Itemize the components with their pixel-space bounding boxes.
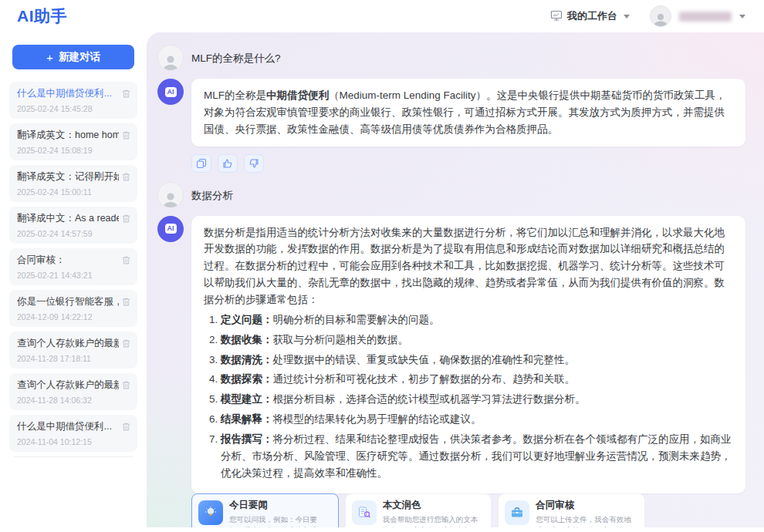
conversation-item[interactable]: 什么是中期借贷便利... 2025-02-24 15:45:28: [9, 82, 137, 119]
trash-icon[interactable]: [121, 213, 131, 227]
card-title: 本文润色: [383, 499, 485, 512]
analysis-step: 报告撰写：将分析过程、结果和结论整理成报告，供决策者参考。数据分析在各个领域都有…: [221, 431, 733, 482]
user-question: MLF的全称是什么?: [191, 52, 281, 66]
step-label: 报告撰写：: [221, 433, 273, 445]
conversation-item[interactable]: 合同审核： 2025-02-21 14:43:21: [9, 248, 137, 285]
user-avatar[interactable]: [650, 5, 671, 27]
step-label: 数据探索：: [221, 373, 273, 385]
ai-answer-card: 数据分析是指用适当的统计分析方法对收集来的大量数据进行分析，将它们加以汇总和理解…: [191, 216, 745, 493]
conversation-title: 翻译成中文：As a reader...: [17, 212, 119, 225]
conversation-item[interactable]: 你是一位银行智能客服，... 2024-12-09 14:22:12: [9, 290, 137, 327]
answer-bold: 中期借贷便利: [266, 89, 329, 101]
trash-icon[interactable]: [121, 254, 131, 268]
card-title: 合同审核: [536, 499, 638, 512]
conversation-item[interactable]: 查询个人存款账户的最新... 2024-11-28 14:06:32: [9, 373, 137, 410]
workspace-menu[interactable]: 我的工作台: [550, 9, 630, 24]
user-message: MLF的全称是什么?: [157, 45, 745, 71]
chat-panel: MLF的全称是什么? AI MLF的全称是中期借贷便利（Medium-term …: [147, 32, 764, 527]
card-desc: 您可以问我，例如：今日要闻，我会尽力提供准确和满意的答案。: [229, 514, 332, 527]
conversation-title: 翻译成英文：home home: [17, 129, 119, 142]
analysis-step: 数据探索：通过统计分析和可视化技术，初步了解数据的分布、趋势和关联。: [221, 371, 733, 388]
step-label: 模型建立：: [221, 393, 273, 405]
sidebar: + 新建对话 什么是中期借贷便利... 2025-02-24 15:45:28 …: [0, 32, 147, 532]
trash-icon[interactable]: [121, 171, 131, 185]
conversation-item[interactable]: 翻译成英文：记得刚开始... 2025-02-24 15:00:11: [9, 165, 137, 202]
step-label: 数据收集：: [221, 334, 273, 345]
conversation-list: 什么是中期借贷便利... 2025-02-24 15:45:28 翻译成英文：h…: [8, 82, 139, 452]
step-text: 将模型的结果转化为易于理解的结论或建议。: [273, 413, 482, 425]
app-logo: AI助手: [17, 5, 67, 27]
step-label: 数据清洗：: [221, 354, 273, 365]
step-label: 结果解释：: [221, 413, 273, 425]
step-text: 获取与分析问题相关的数据。: [273, 334, 409, 345]
bulb-icon: [198, 500, 223, 525]
conversation-item[interactable]: 什么是中期借贷便利... 2024-11-04 10:12:15: [9, 415, 137, 452]
card-desc: 我会帮助您进行您输入的文本润色，提高文本的流畅度和表达效果。: [383, 514, 485, 527]
new-chat-label: 新建对话: [59, 50, 100, 64]
ai-avatar: AI: [157, 216, 184, 242]
conversation-title: 翻译成英文：记得刚开始...: [17, 170, 119, 184]
conversation-title: 什么是中期借贷便利...: [17, 87, 119, 100]
chevron-down-icon: [739, 15, 745, 19]
user-message-avatar: [157, 182, 184, 208]
conversation-timestamp: 2025-02-24 15:00:11: [17, 187, 131, 197]
conversation-timestamp: 2024-12-09 14:22:12: [17, 312, 131, 322]
document-magnifier-icon: [352, 500, 377, 525]
card-title: 今日要闻: [229, 499, 332, 512]
conversation-title: 查询个人存款账户的最新...: [17, 337, 119, 350]
briefcase-icon: [505, 500, 529, 525]
workspace-label: 我的工作台: [567, 9, 617, 23]
ai-message: AI 数据分析是指用适当的统计分析方法对收集来的大量数据进行分析，将它们加以汇总…: [157, 216, 745, 493]
conversation-title: 合同审核：: [17, 254, 119, 267]
feature-cards-row: 今日要闻 您可以问我，例如：今日要闻，我会尽力提供准确和满意的答案。 本文润色: [191, 493, 745, 527]
user-question: 数据分析: [191, 189, 233, 203]
analysis-step: 结果解释：将模型的结果转化为易于理解的结论或建议。: [221, 411, 733, 428]
conversation-title: 查询个人存款账户的最新...: [17, 379, 119, 392]
ai-answer-card: MLF的全称是中期借贷便利（Medium-term Lending Facili…: [191, 79, 745, 146]
bottom-area: 今日要闻 您可以问我，例如：今日要闻，我会尽力提供准确和满意的答案。 本文润色: [191, 493, 745, 527]
thumbs-down-button[interactable]: [244, 154, 264, 173]
card-contract-review[interactable]: 合同审核 您可以上传文件，我会有效地进行合同审核，确保合同满足您的业务需求。: [498, 493, 645, 527]
conversation-timestamp: 2025-02-24 15:08:19: [17, 146, 131, 155]
new-chat-button[interactable]: + 新建对话: [12, 45, 134, 69]
conversation-item[interactable]: 翻译成英文：home home 2025-02-24 15:08:19: [9, 123, 137, 160]
card-text-polish[interactable]: 本文润色 我会帮助您进行您输入的文本润色，提高文本的流畅度和表达效果。: [345, 493, 492, 527]
analysis-steps-list: 定义问题：明确分析的目标和需要解决的问题。 数据收集：获取与分析问题相关的数据。…: [204, 311, 733, 482]
trash-icon[interactable]: [121, 88, 131, 102]
step-text: 将分析过程、结果和结论整理成报告，供决策者参考。数据分析在各个领域都有广泛的应用…: [221, 433, 732, 479]
thumbs-up-button[interactable]: [218, 154, 238, 173]
trash-icon[interactable]: [121, 130, 131, 143]
trash-icon[interactable]: [121, 421, 131, 435]
step-text: 根据分析目标，选择合适的统计模型或机器学习算法进行数据分析。: [273, 393, 586, 405]
card-desc: 您可以上传文件，我会有效地进行合同审核，确保合同满足您的业务需求。: [536, 514, 638, 527]
ai-avatar: AI: [157, 79, 184, 105]
user-message: 数据分析: [157, 182, 745, 208]
trash-icon[interactable]: [121, 296, 131, 310]
step-text: 明确分析的目标和需要解决的问题。: [273, 314, 440, 325]
ai-message: AI MLF的全称是中期借贷便利（Medium-term Lending Fac…: [157, 79, 745, 146]
conversation-timestamp: 2025-02-24 14:57:59: [17, 229, 131, 238]
conversation-timestamp: 2024-11-04 10:12:15: [17, 437, 131, 446]
ai-badge: AI: [165, 87, 177, 97]
user-name-redacted[interactable]: [679, 12, 732, 22]
step-text: 通过统计分析和可视化技术，初步了解数据的分布、趋势和关联。: [273, 373, 576, 385]
conversation-timestamp: 2024-11-28 17:18:11: [17, 354, 131, 363]
conversation-item[interactable]: 查询个人存款账户的最新... 2024-11-28 17:18:11: [9, 332, 137, 369]
analysis-step: 定义问题：明确分析的目标和需要解决的问题。: [221, 311, 733, 328]
copy-button[interactable]: [191, 154, 211, 173]
sidebar-divider: [14, 456, 133, 457]
conversation-timestamp: 2024-11-28 14:06:32: [17, 396, 131, 405]
user-message-avatar: [157, 45, 184, 71]
conversation-item[interactable]: 翻译成中文：As a reader... 2025-02-24 14:57:59: [9, 207, 137, 244]
answer-text: MLF的全称是: [204, 89, 266, 101]
feature-cards-grid: 今日要闻 您可以问我，例如：今日要闻，我会尽力提供准确和满意的答案。 本文润色: [191, 493, 645, 527]
ai-badge: AI: [165, 224, 177, 234]
analysis-step: 数据收集：获取与分析问题相关的数据。: [221, 332, 733, 348]
trash-icon[interactable]: [121, 338, 131, 352]
trash-icon[interactable]: [121, 379, 131, 393]
conversation-timestamp: 2025-02-21 14:43:21: [17, 271, 131, 280]
answer-actions: [191, 154, 745, 173]
card-daily-news[interactable]: 今日要闻 您可以问我，例如：今日要闻，我会尽力提供准确和满意的答案。: [191, 493, 339, 527]
monitor-icon: [550, 9, 563, 24]
plus-icon: +: [46, 51, 53, 64]
